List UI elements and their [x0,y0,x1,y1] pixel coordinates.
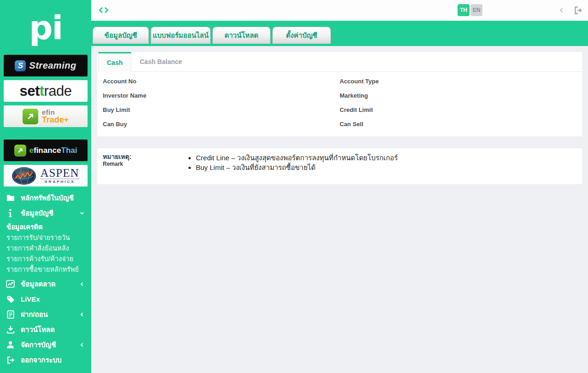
sidebar-item-logout[interactable]: ออกจากระบบ [0,352,91,367]
sidebar-item-label: ข้อมูลบัญชี [21,208,53,219]
field-label-account-type: Account Type [340,74,576,88]
field-label-can-buy: Can Buy [103,117,340,131]
sidebar-item-label: หลักทรัพย์ในบัญชี [21,192,74,204]
sign-out-icon[interactable] [574,6,582,15]
aspen-logo-text: ASPEN [40,168,79,178]
chevron-left-icon [79,281,85,287]
chevron-down-icon [79,210,85,216]
sidebar-item-download[interactable]: ดาวน์โหลด [0,322,91,337]
submenu-item-credit-info[interactable]: ข้อมูลเครดิต [0,221,91,232]
language-en-button[interactable]: EN [470,4,482,16]
settrade-logo-text: set [19,83,39,99]
sidebar-item-label: ดาวน์โหลด [21,324,55,335]
streaming-s-icon: S [15,60,26,71]
remark-bullet: Buy Limit – วงเงินที่ยังสามารถซื้อขายได้ [196,163,398,172]
main-tabstrip: ข้อมูลบัญชี แบบฟอร์มออนไลน์ ดาวน์โหลด ตั… [91,21,588,46]
pi-logo: pi [0,0,91,55]
remark-bullet: Credit Line – วงเงินสูงสุดของพอร์ตการลงท… [196,153,398,163]
subtab-cash-balance[interactable]: Cash Balance [131,52,190,71]
tab-account-info[interactable]: ข้อมูลบัญชี [93,27,149,44]
document-icon [6,310,15,319]
remark-card: หมายเหตุ: Remark Credit Line – วงเงินสูง… [97,148,582,184]
sign-out-icon [6,356,15,364]
pi-logo-text: pi [29,8,62,47]
settrade-launcher[interactable]: settrade [4,80,88,102]
sidebar-item-market-info[interactable]: ข้อมูลตลาด [0,276,91,291]
account-subtabs: Cash Cash Balance [97,52,582,72]
sidebar-item-livex[interactable]: LiVEx [0,291,91,307]
remark-label: หมายเหตุ: Remark [103,153,188,180]
main-area: TH EN ข้อมูลบัญชี แบบฟอร์มออนไลน์ ดาวน์โ… [91,0,588,373]
sidebar-item-label: ฝาก/ถอน [21,309,48,320]
sidebar-menu: หลักทรัพย์ในบัญชี ข้อมูลบัญชี ข้อมูลเครด… [0,190,91,367]
remark-title-english: Remark [103,161,188,167]
user-icon [6,340,15,349]
tab-account-settings[interactable]: ตั้งค่าบัญชี [272,27,331,44]
efinancethai-launcher[interactable]: efinanceThai [4,140,88,161]
account-fields: Account No Account Type Inverstor Name M… [97,72,582,131]
folder-icon [6,193,15,202]
arrow-up-right-icon [14,145,26,157]
field-label-marketing: Marketing [340,88,576,103]
sidebar-item-manage-account[interactable]: จัดการบัญชี [0,337,91,352]
submenu-item-outstanding[interactable]: รายการค้างรับ/ค้างจ่าย [0,253,91,264]
sidebar: pi S Streaming settrade efin Trade+ efin… [0,0,91,373]
chart-line-icon [6,280,15,288]
chevron-left-icon [79,312,85,317]
tag-icon [6,295,15,303]
chevron-left-icon [79,342,85,348]
aspen-graphics-launcher[interactable]: ASPEN GRAPHICS [4,165,88,186]
submenu-item-order-history[interactable]: รายการคำสั่งย้อนหลัง [0,243,91,253]
sidebar-toggle-code-icon[interactable] [98,6,109,14]
globe-chart-icon [12,167,36,185]
sidebar-item-account-info[interactable]: ข้อมูลบัญชี [0,205,91,221]
streaming-logo-text: Streaming [29,60,76,71]
field-label-investor-name: Inverstor Name [103,88,340,103]
field-label-can-sell: Can Sell [340,117,576,131]
sidebar-item-portfolio[interactable]: หลักทรัพย์ในบัญชี [0,190,91,205]
sidebar-item-label: จัดการบัญชี [21,339,56,350]
topbar: TH EN [91,0,588,21]
content-area: Cash Cash Balance Account No Account Typ… [91,46,588,373]
sidebar-item-label: ออกจากระบบ [21,355,62,366]
remark-bullet-list: Credit Line – วงเงินสูงสุดของพอร์ตการลงท… [188,153,398,180]
submenu-item-trade-transactions[interactable]: รายการซื้อขายหลักทรัพย์ [0,264,91,274]
language-th-button[interactable]: TH [458,4,470,16]
aspen-graphics-text: GRAPHICS [40,179,79,184]
sidebar-item-label: LiVEx [21,295,40,303]
info-icon [6,209,15,217]
field-label-credit-limit: Credit Limit [340,103,576,117]
arrow-up-right-icon [23,109,38,124]
tab-online-forms[interactable]: แบบฟอร์มออนไลน์ [151,27,211,44]
remark-title-thai: หมายเหตุ: [103,153,188,161]
trade-plus-logo-text: Trade+ [42,116,69,124]
submenu-item-daily-receive-pay[interactable]: รายการรับ/จ่ายรายวัน [0,232,91,243]
field-label-buy-limit: Buy Limit [103,103,340,117]
efin-logo-text: efin [42,109,69,116]
efin-trade-plus-launcher[interactable]: efin Trade+ [4,105,88,127]
sidebar-item-deposit-withdraw[interactable]: ฝาก/ถอน [0,307,91,322]
account-info-submenu: ข้อมูลเครดิต รายการรับ/จ่ายรายวัน รายการ… [0,221,91,276]
language-switcher: TH EN [458,4,482,16]
account-info-card: Cash Cash Balance Account No Account Typ… [97,52,582,136]
tab-download[interactable]: ดาวน์โหลด [212,27,270,44]
chevron-left-icon[interactable] [559,7,564,13]
download-icon [6,325,15,334]
efinancethai-logo-text: efinanceThai [29,146,77,155]
subtab-cash[interactable]: Cash [98,52,131,72]
field-label-account-no: Account No [103,74,340,88]
sidebar-item-label: ข้อมูลตลาด [21,279,55,290]
streaming-launcher[interactable]: S Streaming [4,55,88,76]
